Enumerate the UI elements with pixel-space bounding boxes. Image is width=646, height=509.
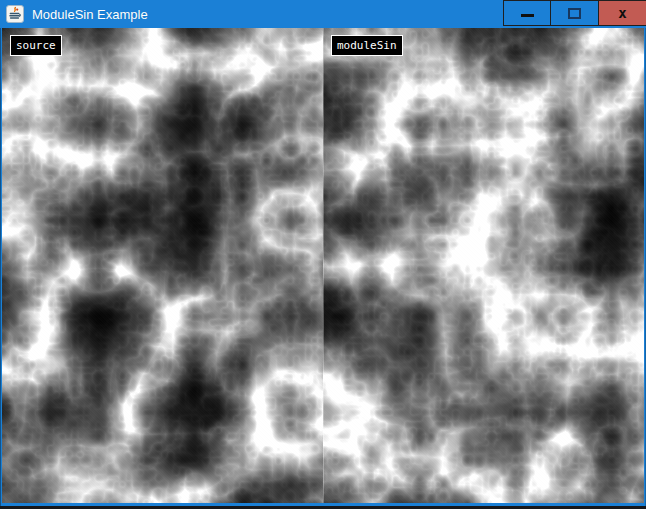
maximize-button[interactable] <box>551 0 599 26</box>
app-window: ModuleSin Example x source moduleSin <box>0 0 646 509</box>
java-coffee-cup-icon[interactable] <box>6 5 24 23</box>
modulesin-label: moduleSin <box>331 35 403 56</box>
modulesin-noise-image <box>323 28 644 503</box>
titlebar[interactable]: ModuleSin Example x <box>0 0 646 28</box>
window-controls: x <box>503 0 646 28</box>
source-noise-image <box>2 28 323 503</box>
window-title: ModuleSin Example <box>32 7 148 22</box>
close-button[interactable]: x <box>599 0 646 26</box>
source-label: source <box>10 35 62 56</box>
content-area: source moduleSin <box>2 28 644 503</box>
minimize-dash-icon <box>521 14 534 17</box>
panel-modulesin: moduleSin <box>323 28 644 503</box>
panel-source: source <box>2 28 323 503</box>
maximize-square-icon <box>568 8 581 19</box>
close-x-icon: x <box>618 6 626 20</box>
minimize-button[interactable] <box>503 0 551 26</box>
